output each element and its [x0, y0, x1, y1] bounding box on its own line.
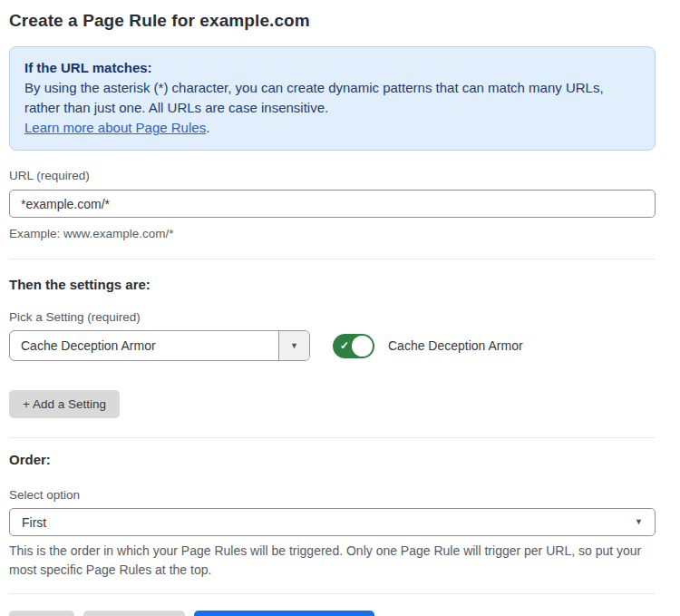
order-section-heading: Order: — [9, 452, 656, 467]
info-box-link-line: Learn more about Page Rules. — [24, 118, 640, 138]
footer-actions: Cancel Save as Draft Save and Deploy Pag… — [9, 611, 656, 616]
order-helper-text: This is the order in which your Page Rul… — [9, 542, 656, 580]
setting-dropdown[interactable]: Cache Deception Armor ▼ — [9, 330, 310, 361]
toggle-knob — [352, 336, 373, 357]
add-setting-button[interactable]: + Add a Setting — [9, 390, 120, 418]
info-box-heading: If the URL matches: — [24, 58, 640, 78]
page-rule-form: Create a Page Rule for example.com If th… — [0, 0, 680, 616]
url-match-info-box: If the URL matches: By using the asteris… — [9, 46, 656, 151]
chevron-down-icon: ▼ — [635, 518, 643, 526]
page-title: Create a Page Rule for example.com — [9, 11, 656, 31]
link-suffix: . — [206, 120, 209, 135]
settings-section-heading: Then the settings are: — [9, 277, 656, 292]
info-box-body: By using the asterisk (*) character, you… — [24, 78, 640, 118]
divider — [9, 259, 656, 259]
save-and-deploy-button[interactable]: Save and Deploy Page Rule — [194, 611, 375, 616]
setting-row: Cache Deception Armor ▼ ✓ Cache Deceptio… — [9, 330, 656, 361]
check-icon: ✓ — [340, 340, 349, 351]
url-field-label: URL (required) — [9, 169, 656, 182]
url-input[interactable] — [9, 190, 656, 218]
url-example-helper: Example: www.example.com/* — [9, 224, 656, 243]
learn-more-link[interactable]: Learn more about Page Rules — [24, 120, 206, 135]
setting-toggle-group: ✓ Cache Deception Armor — [333, 334, 523, 358]
divider — [9, 437, 656, 438]
setting-dropdown-value: Cache Deception Armor — [10, 331, 278, 360]
order-select-value: First — [22, 515, 635, 530]
save-as-draft-button[interactable]: Save as Draft — [83, 611, 185, 616]
divider — [9, 593, 656, 594]
cancel-button[interactable]: Cancel — [9, 611, 74, 616]
order-select[interactable]: First ▼ — [9, 508, 656, 536]
pick-setting-label: Pick a Setting (required) — [9, 310, 656, 324]
cache-deception-armor-toggle[interactable]: ✓ — [333, 334, 374, 358]
setting-toggle-label: Cache Deception Armor — [388, 338, 523, 353]
chevron-down-icon: ▼ — [290, 342, 298, 350]
order-select-label: Select option — [9, 488, 656, 502]
setting-dropdown-caret-button[interactable]: ▼ — [278, 331, 309, 360]
